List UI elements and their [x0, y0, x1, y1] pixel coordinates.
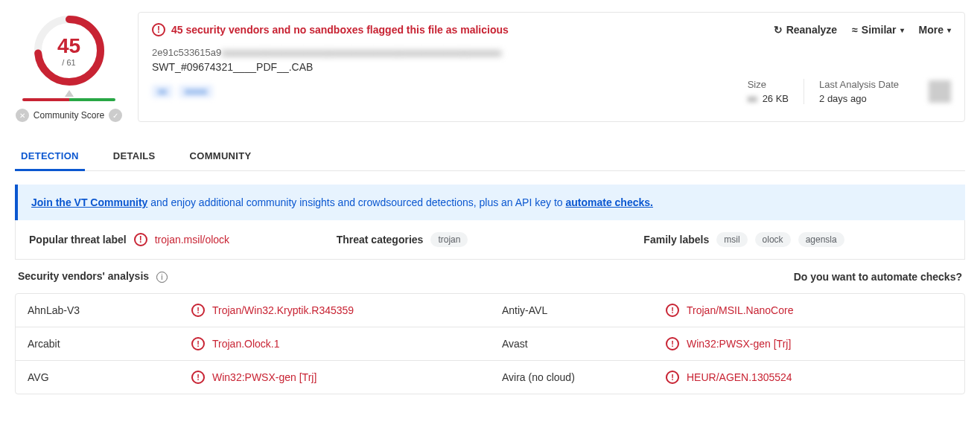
file-hash: 2e91c533615a9aaaaaaaaaaaaaaaaaaaaaaaaaaa…	[152, 47, 951, 58]
malicious-icon: !	[191, 337, 205, 350]
filetype-icon	[929, 80, 951, 103]
community-banner: Join the VT Community and enjoy addition…	[15, 185, 965, 220]
info-icon[interactable]: i	[156, 272, 168, 283]
analysis-date-label: Last Analysis Date	[819, 79, 899, 90]
size-label: Size	[748, 79, 789, 90]
malicious-icon: !	[666, 337, 679, 350]
malicious-icon: !	[191, 304, 205, 317]
family-chip[interactable]: agensla	[798, 232, 844, 247]
vendor-verdict: Win32:PWSX-gen [Trj]	[687, 338, 791, 350]
score-panel: 45 / 61 ✕ Community Score ✓	[15, 6, 123, 122]
file-info-card: ! 45 security vendors and no sandboxes f…	[138, 12, 965, 122]
automate-prompt[interactable]: Do you want to automate checks?	[794, 271, 962, 283]
vendor-row: AVG!Win32:PWSX-gen [Trj] Avira (no cloud…	[16, 361, 964, 394]
size-value: 26 KB	[763, 93, 789, 104]
file-tags: xxxxxxx	[152, 85, 213, 98]
tab-community[interactable]: COMMUNITY	[184, 143, 258, 170]
positive-vote-icon[interactable]: ✓	[109, 109, 122, 122]
malicious-icon: !	[666, 371, 679, 384]
malicious-icon: !	[191, 371, 205, 384]
vendor-name: Avast	[502, 338, 666, 350]
vendor-verdict: Trojan/Win32.Kryptik.R345359	[212, 304, 354, 316]
vendor-row: Arcabit!Trojan.Olock.1 Avast!Win32:PWSX-…	[16, 327, 964, 361]
vendor-verdict: HEUR/AGEN.1305524	[687, 371, 792, 383]
similar-icon: ≈	[852, 24, 858, 36]
community-score-label: Community Score	[34, 110, 104, 121]
vendor-verdict: Win32:PWSX-gen [Trj]	[212, 371, 316, 383]
tab-details[interactable]: DETAILS	[107, 143, 162, 170]
vendor-verdict: Trojan.Olock.1	[212, 338, 280, 350]
threat-categories-title: Threat categories	[337, 234, 424, 246]
vendor-name: AhnLab-V3	[28, 304, 191, 316]
chevron-down-icon: ▾	[947, 26, 951, 34]
family-chip[interactable]: olock	[755, 232, 791, 247]
alert-text: 45 security vendors and no sandboxes fla…	[171, 24, 509, 36]
vendor-name: Avira (no cloud)	[502, 371, 666, 383]
vendor-name: Arcabit	[28, 338, 191, 350]
similar-dropdown[interactable]: ≈ Similar ▾	[852, 24, 903, 36]
popular-threat-title: Popular threat label	[29, 234, 127, 246]
vendor-name: Antiy-AVL	[502, 304, 666, 316]
vendors-analysis-title: Security vendors' analysis	[18, 270, 149, 282]
refresh-icon: ↻	[774, 24, 783, 36]
tab-bar: DETECTION DETAILS COMMUNITY	[15, 143, 965, 171]
malicious-icon: !	[666, 304, 679, 317]
threat-labels-row: Popular threat label ! trojan.msil/olock…	[15, 220, 965, 260]
chevron-down-icon: ▾	[900, 26, 904, 34]
community-score-bar	[22, 98, 115, 101]
negative-vote-icon[interactable]: ✕	[16, 109, 29, 122]
vendor-row: AhnLab-V3!Trojan/Win32.Kryptik.R345359 A…	[16, 294, 964, 327]
detection-total: / 61	[57, 58, 80, 67]
automate-checks-link[interactable]: automate checks.	[565, 196, 653, 208]
vendor-name: AVG	[28, 371, 191, 383]
join-community-link[interactable]: Join the VT Community	[31, 196, 147, 208]
vendors-table: AhnLab-V3!Trojan/Win32.Kryptik.R345359 A…	[15, 293, 965, 394]
analysis-date-value: 2 days ago	[819, 93, 899, 104]
vendor-verdict: Trojan/MSIL.NanoCore	[687, 304, 793, 316]
popular-threat-value: trojan.msil/olock	[155, 234, 229, 246]
file-name: SWT_#09674321____PDF__.CAB	[152, 61, 951, 73]
community-marker-icon	[65, 89, 74, 98]
family-chip[interactable]: msil	[716, 232, 747, 247]
reanalyze-button[interactable]: ↻ Reanalyze	[774, 24, 837, 36]
tab-detection[interactable]: DETECTION	[15, 143, 85, 171]
alert-icon: !	[152, 23, 165, 36]
more-dropdown[interactable]: More ▾	[919, 24, 951, 36]
detection-count: 45	[57, 34, 80, 58]
family-labels-title: Family labels	[643, 234, 709, 246]
category-chip[interactable]: trojan	[430, 232, 468, 247]
detection-gauge: 45 / 61	[32, 13, 106, 88]
alert-icon: !	[134, 233, 147, 246]
